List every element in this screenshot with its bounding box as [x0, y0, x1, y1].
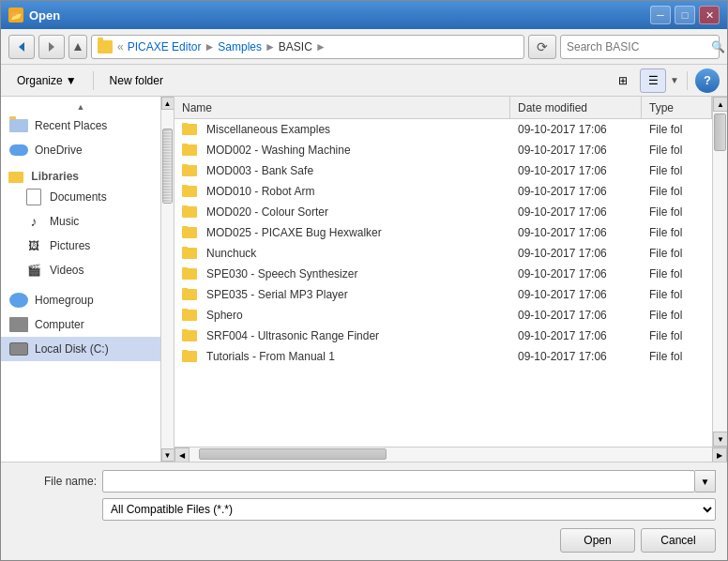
view-list-button[interactable]: ☰	[640, 68, 666, 93]
sidebar-scroll-down[interactable]: ▼	[161, 448, 174, 462]
toolbar-right: ⊞ ☰ ▼ ?	[610, 68, 720, 93]
file-date: 09-10-2017 17:06	[518, 329, 607, 342]
table-row[interactable]: Miscellaneous Examples 09-10-2017 17:06 …	[174, 119, 712, 140]
view-dropdown-arrow[interactable]: ▼	[670, 75, 679, 85]
file-name-cell: MOD025 - PICAXE Bug Hexwalker	[174, 226, 510, 239]
file-date: 09-10-2017 17:06	[518, 185, 607, 198]
v-scroll-thumb[interactable]	[714, 114, 726, 151]
file-date-cell: 09-10-2017 17:06	[510, 329, 642, 342]
back-button[interactable]	[8, 35, 35, 59]
file-name-cell: SPE030 - Speech Synthesizer	[174, 267, 510, 280]
minimize-button[interactable]: ─	[650, 6, 671, 24]
col-header-type[interactable]: Type	[642, 97, 712, 118]
sidebar-scroll-track[interactable]	[161, 110, 174, 448]
close-button[interactable]: ✕	[699, 6, 720, 24]
libraries-label: Libraries	[31, 170, 79, 183]
file-name-cell: Miscellaneous Examples	[174, 123, 510, 136]
col-header-date[interactable]: Date modified	[510, 97, 642, 118]
sidebar-item-recent-places[interactable]: Recent Places	[1, 114, 160, 138]
file-date-cell: 09-10-2017 17:06	[510, 267, 642, 280]
table-row[interactable]: MOD002 - Washing Machine 09-10-2017 17:0…	[174, 140, 712, 160]
h-scroll-track[interactable]	[190, 447, 712, 462]
filename-label: File name:	[12, 475, 97, 488]
filename-dropdown-button[interactable]: ▼	[695, 470, 716, 493]
scroll-up-arrow[interactable]: ▲	[77, 102, 85, 112]
breadcrumb-part3[interactable]: BASIC	[279, 40, 312, 53]
new-folder-label: New folder	[110, 74, 163, 87]
svg-marker-0	[19, 42, 24, 52]
filetype-select-container: All Compatible Files (*.*)	[102, 498, 716, 521]
view-grid-button[interactable]: ⊞	[610, 68, 636, 93]
sidebar-item-pictures[interactable]: 🖼 Pictures	[1, 234, 160, 258]
file-type: File fol	[649, 185, 682, 198]
open-button[interactable]: Open	[560, 528, 635, 553]
sidebar: ▲ Recent Places OneDrive Librari	[1, 97, 174, 462]
file-list-header: Name Date modified Type	[174, 97, 712, 119]
sidebar-item-computer[interactable]: Computer	[1, 312, 160, 337]
folder-icon	[182, 144, 197, 156]
col-header-name[interactable]: Name	[174, 97, 510, 118]
view-grid-icon: ⊞	[618, 74, 628, 87]
table-row[interactable]: MOD020 - Colour Sorter 09-10-2017 17:06 …	[174, 202, 712, 222]
maximize-button[interactable]: □	[675, 6, 695, 24]
file-date: 09-10-2017 17:06	[518, 226, 607, 239]
organize-button[interactable]: Organize ▼	[8, 68, 85, 93]
table-row[interactable]: Tutorials - From Manual 1 09-10-2017 17:…	[174, 346, 712, 367]
table-row[interactable]: Nunchuck 09-10-2017 17:06 File fol	[174, 243, 712, 264]
breadcrumb-bar[interactable]: « PICAXE Editor ► Samples ► BASIC ►	[91, 35, 524, 59]
sidebar-scroll-up[interactable]: ▲	[161, 97, 174, 110]
search-input[interactable]	[567, 40, 707, 53]
sidebar-item-homegroup[interactable]: Homegroup	[1, 288, 160, 312]
svg-marker-2	[74, 43, 82, 51]
file-type-cell: File fol	[642, 226, 712, 239]
file-type: File fol	[649, 164, 682, 177]
file-name: Sphero	[206, 309, 243, 322]
search-icon[interactable]: 🔍	[711, 40, 725, 53]
file-date: 09-10-2017 17:06	[518, 309, 607, 322]
file-name-cell: MOD002 - Washing Machine	[174, 144, 510, 157]
horizontal-scrollbar: ◀ ▶	[174, 447, 727, 462]
sidebar-item-music[interactable]: ♪ Music	[1, 209, 160, 234]
table-row[interactable]: Sphero 09-10-2017 17:06 File fol	[174, 305, 712, 326]
table-row[interactable]: MOD025 - PICAXE Bug Hexwalker 09-10-2017…	[174, 222, 712, 243]
file-date: 09-10-2017 17:06	[518, 205, 607, 219]
sidebar-label-videos: Videos	[50, 264, 83, 277]
file-date: 09-10-2017 17:06	[518, 164, 607, 177]
table-row[interactable]: MOD010 - Robot Arm 09-10-2017 17:06 File…	[174, 181, 712, 202]
file-type-cell: File fol	[642, 247, 712, 260]
sidebar-item-onedrive[interactable]: OneDrive	[1, 138, 160, 162]
filetype-select[interactable]: All Compatible Files (*.*)	[102, 498, 716, 521]
refresh-button[interactable]: ⟳	[528, 35, 556, 59]
sidebar-scroll-thumb[interactable]	[162, 129, 173, 204]
v-scroll-up[interactable]: ▲	[713, 97, 727, 112]
help-button[interactable]: ?	[695, 68, 720, 93]
new-folder-button[interactable]: New folder	[101, 68, 172, 93]
cancel-button[interactable]: Cancel	[641, 528, 716, 553]
table-row[interactable]: SPE035 - Serial MP3 Player 09-10-2017 17…	[174, 284, 712, 305]
breadcrumb-part2[interactable]: Samples	[218, 40, 262, 53]
sidebar-item-local-disk[interactable]: Local Disk (C:)	[1, 337, 160, 361]
table-row[interactable]: MOD003 - Bank Safe 09-10-2017 17:06 File…	[174, 160, 712, 181]
v-scroll-track[interactable]	[713, 112, 727, 432]
libraries-header: Libraries	[1, 162, 160, 185]
up-button[interactable]	[68, 35, 87, 59]
window-icon: 📂	[8, 8, 23, 23]
h-scroll-right[interactable]: ▶	[712, 447, 727, 462]
table-row[interactable]: SPE030 - Speech Synthesizer 09-10-2017 1…	[174, 264, 712, 284]
folder-icon	[182, 248, 197, 259]
v-scroll-down[interactable]: ▼	[713, 432, 727, 447]
table-row[interactable]: SRF004 - Ultrasonic Range Finder 09-10-2…	[174, 326, 712, 346]
file-type: File fol	[649, 329, 682, 342]
breadcrumb-part1[interactable]: PICAXE Editor	[128, 40, 202, 53]
file-date: 09-10-2017 17:06	[518, 288, 607, 301]
sidebar-item-videos[interactable]: 🎬 Videos	[1, 258, 160, 282]
filename-input[interactable]	[102, 470, 695, 493]
h-scroll-thumb[interactable]	[199, 448, 387, 460]
sidebar-item-documents[interactable]: Documents	[1, 185, 160, 209]
forward-button[interactable]	[38, 35, 65, 59]
file-type: File fol	[649, 288, 682, 301]
folder-icon	[182, 165, 197, 176]
folder-icon	[182, 289, 197, 300]
h-scroll-left[interactable]: ◀	[174, 447, 190, 462]
file-type: File fol	[649, 309, 682, 322]
